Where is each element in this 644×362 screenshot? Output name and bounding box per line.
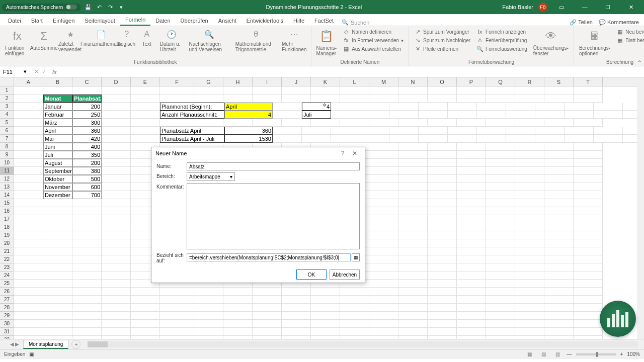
add-sheet-button[interactable]: + bbox=[71, 340, 80, 349]
cell[interactable]: 700 bbox=[72, 191, 102, 199]
cell[interactable] bbox=[594, 135, 623, 143]
cell[interactable] bbox=[544, 86, 574, 95]
cell[interactable] bbox=[369, 183, 398, 191]
cell[interactable] bbox=[428, 199, 457, 207]
cell[interactable]: Anzahl Planausschnitt: bbox=[160, 111, 224, 119]
cell[interactable] bbox=[369, 255, 398, 263]
fx-icon[interactable]: fx bbox=[50, 69, 59, 75]
row-header[interactable]: 29 bbox=[0, 312, 14, 320]
cell[interactable] bbox=[486, 247, 515, 255]
cell[interactable] bbox=[340, 336, 369, 339]
cell[interactable] bbox=[486, 263, 515, 272]
cell[interactable]: 300 bbox=[72, 119, 102, 127]
cell[interactable] bbox=[457, 320, 486, 328]
cell[interactable] bbox=[102, 320, 131, 328]
cell[interactable] bbox=[340, 296, 369, 304]
blatt-berechnen-button[interactable]: ▦Blatt berechnen bbox=[616, 37, 644, 44]
col-header-H[interactable]: H bbox=[223, 77, 253, 86]
cell[interactable] bbox=[486, 191, 515, 199]
cell[interactable] bbox=[43, 328, 72, 336]
cell[interactable] bbox=[486, 272, 515, 280]
cell[interactable] bbox=[574, 191, 603, 199]
cell[interactable] bbox=[311, 320, 340, 328]
cell[interactable] bbox=[457, 304, 486, 312]
cell[interactable] bbox=[194, 312, 223, 320]
row-header[interactable]: 23 bbox=[0, 263, 14, 272]
cell[interactable]: 400 bbox=[72, 143, 102, 151]
cell[interactable] bbox=[428, 312, 457, 320]
cell[interactable] bbox=[14, 183, 43, 191]
row-header[interactable]: 13 bbox=[0, 183, 14, 191]
cell[interactable] bbox=[43, 247, 72, 255]
col-header-Q[interactable]: Q bbox=[486, 77, 515, 86]
cell[interactable] bbox=[544, 272, 574, 280]
cell[interactable] bbox=[428, 255, 457, 263]
cell[interactable] bbox=[594, 103, 623, 111]
cell[interactable] bbox=[574, 263, 603, 272]
cell[interactable] bbox=[486, 119, 515, 127]
cell[interactable] bbox=[72, 280, 102, 288]
cell[interactable] bbox=[574, 167, 603, 175]
cell[interactable] bbox=[282, 336, 311, 339]
cell[interactable]: Planmonat (Beginn): bbox=[160, 103, 224, 111]
cell[interactable] bbox=[486, 159, 515, 167]
cell[interactable] bbox=[398, 119, 428, 127]
cell[interactable] bbox=[194, 288, 223, 296]
cell[interactable] bbox=[398, 255, 428, 263]
cell[interactable] bbox=[282, 95, 311, 103]
cell[interactable] bbox=[486, 239, 515, 247]
cell[interactable] bbox=[102, 95, 131, 103]
cell[interactable] bbox=[457, 255, 486, 263]
cell[interactable] bbox=[448, 135, 477, 143]
cell[interactable] bbox=[369, 207, 398, 215]
cell[interactable] bbox=[574, 215, 603, 223]
cell[interactable] bbox=[131, 86, 160, 95]
cell[interactable] bbox=[398, 288, 428, 296]
cell[interactable] bbox=[273, 135, 302, 143]
cell[interactable] bbox=[253, 336, 282, 339]
cell[interactable] bbox=[282, 312, 311, 320]
cell[interactable] bbox=[194, 95, 223, 103]
cell[interactable] bbox=[457, 215, 486, 223]
cell[interactable] bbox=[160, 336, 194, 339]
cell[interactable] bbox=[398, 191, 428, 199]
cell[interactable] bbox=[515, 167, 544, 175]
cell[interactable] bbox=[486, 199, 515, 207]
row-header[interactable]: 31 bbox=[0, 328, 14, 336]
cell[interactable] bbox=[544, 191, 574, 199]
cell[interactable] bbox=[331, 111, 360, 119]
spur-vorgaenger-button[interactable]: ↗Spur zum Vorgänger bbox=[414, 28, 470, 35]
cell[interactable] bbox=[369, 191, 398, 199]
cell[interactable] bbox=[515, 336, 544, 339]
cell[interactable] bbox=[360, 135, 389, 143]
row-header[interactable]: 11 bbox=[0, 167, 14, 175]
cell[interactable] bbox=[398, 143, 428, 151]
cell[interactable] bbox=[253, 312, 282, 320]
cell[interactable] bbox=[515, 223, 544, 231]
cell[interactable] bbox=[544, 312, 574, 320]
row-header[interactable]: 7 bbox=[0, 135, 14, 143]
cell[interactable]: 250 bbox=[72, 111, 102, 119]
cell[interactable] bbox=[515, 207, 544, 215]
cell[interactable] bbox=[72, 247, 102, 255]
cell[interactable] bbox=[43, 288, 72, 296]
cell[interactable] bbox=[223, 296, 253, 304]
cell[interactable] bbox=[457, 199, 486, 207]
cell[interactable] bbox=[428, 272, 457, 280]
cell[interactable] bbox=[398, 215, 428, 223]
cell[interactable] bbox=[331, 103, 360, 111]
ok-button[interactable]: OK bbox=[296, 269, 327, 280]
row-header[interactable]: 5 bbox=[0, 119, 14, 127]
cell[interactable] bbox=[369, 167, 398, 175]
cell[interactable] bbox=[102, 199, 131, 207]
cell[interactable] bbox=[72, 239, 102, 247]
cell[interactable] bbox=[102, 135, 131, 143]
cell[interactable] bbox=[340, 328, 369, 336]
cell[interactable] bbox=[515, 215, 544, 223]
cell[interactable] bbox=[360, 111, 389, 119]
cell[interactable] bbox=[544, 183, 574, 191]
cell[interactable] bbox=[457, 175, 486, 183]
cell[interactable] bbox=[102, 304, 131, 312]
cell[interactable] bbox=[506, 127, 535, 135]
cell[interactable] bbox=[14, 320, 43, 328]
